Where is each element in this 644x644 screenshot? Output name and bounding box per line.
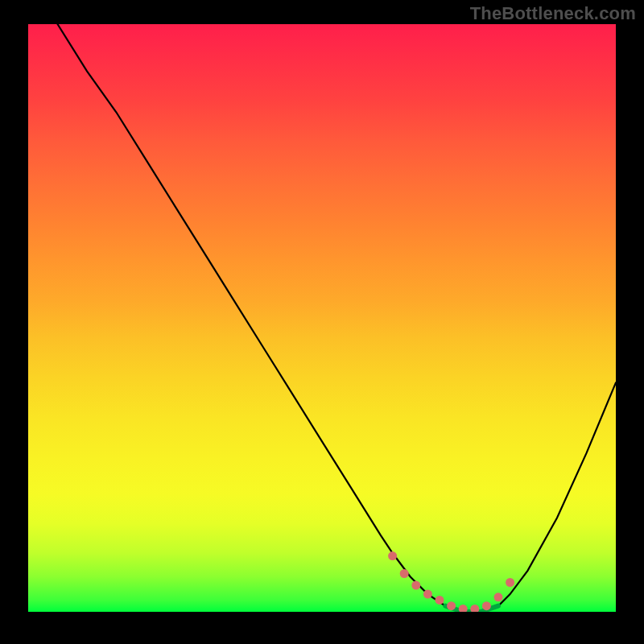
data-point (494, 592, 503, 601)
data-point (411, 581, 420, 590)
watermark-text: TheBottleneck.com (470, 3, 636, 24)
data-point (423, 590, 432, 599)
data-point (470, 605, 479, 612)
data-point (388, 551, 397, 560)
data-point (436, 596, 444, 605)
bottleneck-curve (58, 24, 617, 612)
data-point (482, 601, 491, 610)
bottleneck-data-points (388, 551, 514, 612)
data-point (447, 601, 456, 610)
chart-frame: TheBottleneck.com (0, 0, 644, 644)
data-point (400, 569, 409, 578)
data-point (506, 578, 514, 587)
plot-area (28, 24, 616, 612)
data-point (459, 605, 468, 612)
chart-svg (28, 24, 616, 612)
